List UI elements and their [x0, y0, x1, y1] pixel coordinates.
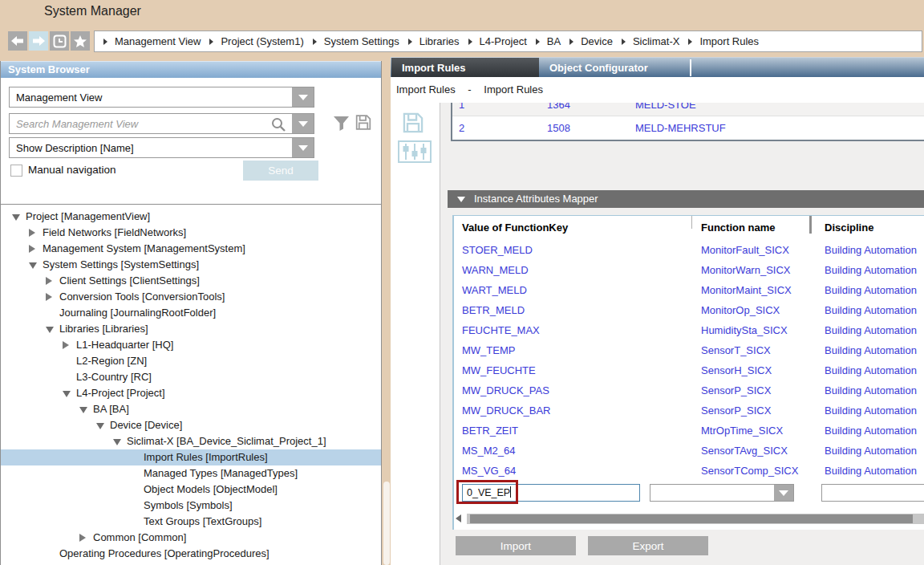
expander-icon[interactable] — [46, 322, 59, 337]
panel-title: System Browser — [1, 61, 381, 78]
discipline-cell: Building Automation — [825, 360, 924, 380]
mapper-row[interactable]: MW_TEMPSensorT_SICXBuilding Automation — [454, 340, 924, 360]
forward-button[interactable] — [29, 31, 48, 51]
search-input[interactable] — [16, 118, 249, 130]
breadcrumb-item[interactable]: Siclimat-X — [633, 35, 680, 47]
column-header-functionkey[interactable]: Value of FunctionKey — [462, 216, 568, 240]
expander-icon[interactable] — [46, 290, 59, 305]
tree-scrollbar-thumb[interactable] — [383, 482, 390, 565]
tab-object-configurator[interactable]: Object Configurator — [539, 58, 690, 78]
expander-icon[interactable] — [29, 258, 43, 273]
expander-icon[interactable] — [29, 242, 43, 257]
functionkey-cell: MW_DRUCK_PAS — [462, 380, 701, 400]
tree-item[interactable]: Management System [ManagementSystem] — [1, 241, 381, 257]
save-icon[interactable] — [355, 114, 372, 131]
favorites-button[interactable] — [71, 31, 90, 51]
view-selector[interactable]: Management View — [9, 87, 314, 108]
column-header-discipline[interactable]: Discipline — [825, 216, 873, 240]
view-breadcrumb-root[interactable]: Import Rules — [396, 83, 456, 96]
save-rules-icon[interactable] — [401, 112, 425, 134]
tree-item[interactable]: L3-Country [RC] — [1, 369, 381, 385]
tree-item[interactable]: Siclimat-X [BA_Device_Siclimat_Project_1… — [1, 433, 381, 449]
column-header-function-name[interactable]: Function name — [701, 216, 775, 240]
import-rules-table: 11364MELD-STOE21508MELD-MEHRSTUF — [451, 103, 924, 141]
mapper-row[interactable]: WARN_MELDMonitorWarn_SICXBuilding Automa… — [454, 260, 924, 280]
expander-icon[interactable] — [29, 226, 43, 241]
column-separator[interactable] — [691, 216, 692, 229]
tree-item[interactable]: Libraries [Libraries] — [1, 321, 381, 337]
mapper-row[interactable]: FEUCHTE_MAXHumiditySta_SICXBuilding Auto… — [454, 320, 924, 340]
expander-icon[interactable] — [79, 530, 93, 546]
mapper-row[interactable]: MS_VG_64SensorTComp_SICXBuilding Automat… — [454, 461, 924, 481]
new-function-name-combobox[interactable] — [650, 484, 794, 502]
tree-item[interactable]: Operating Procedures [OperatingProcedure… — [1, 546, 381, 562]
tree-item[interactable]: Import Rules [ImportRules] — [1, 449, 381, 465]
tree-item[interactable]: Client Settings [ClientSettings] — [1, 273, 381, 289]
mapper-row[interactable]: STOER_MELDMonitorFault_SICXBuilding Auto… — [454, 240, 924, 260]
text-cursor — [510, 486, 511, 498]
tree-item[interactable]: L1-Headquarter [HQ] — [1, 337, 381, 353]
breadcrumb-item[interactable]: Device — [581, 35, 613, 47]
new-discipline-input[interactable] — [821, 484, 924, 502]
scroll-left-icon[interactable] — [456, 514, 461, 522]
tree-item[interactable]: Device [Device] — [1, 417, 381, 433]
expander-icon[interactable] — [63, 386, 76, 401]
send-button[interactable]: Send — [243, 161, 318, 181]
breadcrumb-item[interactable]: Libraries — [419, 35, 460, 47]
column-separator[interactable] — [809, 216, 812, 234]
tree-item[interactable]: L2-Region [ZN] — [1, 353, 381, 369]
expander-icon[interactable] — [113, 434, 127, 449]
breadcrumb-item[interactable]: Management View — [115, 35, 201, 47]
expander-icon[interactable] — [63, 338, 76, 353]
scrollbar-track[interactable] — [467, 514, 924, 524]
view-selector-dropdown-button[interactable] — [292, 87, 314, 107]
tree-item[interactable]: BA [BA] — [1, 401, 381, 417]
tree-item[interactable]: Conversion Tools [ConversionTools] — [1, 289, 381, 305]
breadcrumb-item[interactable]: Import Rules — [699, 35, 759, 47]
export-button[interactable]: Export — [588, 536, 708, 555]
tree-item[interactable]: Managed Types [ManagedTypes] — [1, 465, 381, 482]
tree-item[interactable]: Object Models [ObjectModel] — [1, 482, 381, 498]
table-row[interactable]: 21508MELD-MEHRSTUF — [452, 116, 924, 140]
expander-icon[interactable] — [79, 402, 93, 417]
expander-icon[interactable] — [96, 418, 110, 433]
mapper-row[interactable]: BETR_MELDMonitorOp_SICXBuilding Automati… — [454, 300, 924, 320]
breadcrumb-item[interactable]: BA — [547, 35, 561, 47]
mapper-row[interactable]: BETR_ZEITMtrOpTime_SICXBuilding Automati… — [454, 421, 924, 441]
breadcrumb-item[interactable]: System Settings — [324, 35, 399, 47]
description-dropdown-button[interactable] — [292, 138, 314, 157]
description-selector[interactable]: Show Description [Name] — [9, 137, 314, 158]
mapper-row[interactable]: WART_MELDMonitorMaint_SICXBuilding Autom… — [454, 280, 924, 300]
function-name-dropdown-button[interactable] — [774, 485, 793, 501]
tree-item[interactable]: Field Networks [FieldNetworks] — [1, 225, 381, 241]
filter-icon[interactable] — [333, 116, 350, 132]
import-button[interactable]: Import — [456, 536, 576, 555]
tree-item[interactable]: Symbols [Symbols] — [1, 498, 381, 514]
tree-item[interactable]: Common [Common] — [1, 530, 381, 546]
tree-item[interactable]: Text Groups [TextGroups] — [1, 514, 381, 530]
scrollbar-thumb[interactable] — [470, 514, 913, 523]
tree-item[interactable]: System Settings [SystemSettings] — [1, 257, 381, 273]
expander-icon[interactable] — [46, 274, 59, 289]
view-breadcrumb: Import Rules - Import Rules — [391, 77, 924, 103]
back-button[interactable] — [8, 31, 27, 51]
settings-sliders-icon[interactable] — [398, 140, 432, 163]
table-row[interactable]: 11364MELD-STOE — [452, 103, 924, 116]
breadcrumb-item[interactable]: Project (System1) — [221, 35, 303, 47]
tree-item[interactable]: L4-Project [Project] — [1, 385, 381, 401]
mapper-row[interactable]: MW_DRUCK_PASSensorP_SICXBuilding Automat… — [454, 380, 924, 400]
breadcrumb-item[interactable]: L4-Project — [480, 35, 527, 47]
new-functionkey-input[interactable]: 0_VE_EP — [462, 484, 640, 502]
search-dropdown-button[interactable] — [292, 114, 314, 133]
mapper-row[interactable]: MS_M2_64SensorTAvg_SICXBuilding Automati… — [454, 441, 924, 461]
search-field — [9, 113, 314, 134]
tab-import-rules[interactable]: Import Rules — [391, 58, 539, 78]
mapper-row[interactable]: MW_DRUCK_BARSensorP_SICXBuilding Automat… — [454, 400, 924, 421]
tree-item[interactable]: Project [ManagementView] — [1, 209, 381, 225]
tree-item[interactable]: Journaling [JournalingRootFolder] — [1, 305, 381, 321]
expander-icon[interactable] — [12, 209, 26, 225]
manual-navigation-checkbox[interactable] — [10, 165, 22, 177]
instance-attributes-mapper-header[interactable]: Instance Attributes Mapper — [448, 190, 924, 208]
history-button[interactable] — [50, 31, 69, 51]
mapper-row[interactable]: MW_FEUCHTESensorH_SICXBuilding Automatio… — [454, 360, 924, 380]
